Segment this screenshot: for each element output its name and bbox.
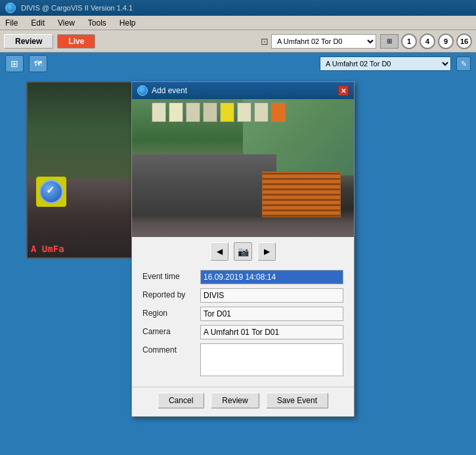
edit-button[interactable]: ✎ [456, 56, 471, 71]
view-buttons: ⊞ 1 4 9 16 [380, 33, 472, 49]
video-feed [132, 99, 354, 237]
layout-button[interactable]: 🗺 [29, 55, 47, 72]
event-time-row: Event time [142, 270, 343, 284]
title-bar: DIVIS @ CargoVIS II Version 1.4.1 [0, 0, 476, 16]
menu-bar: File Edit View Tools Help [0, 16, 476, 30]
region-input[interactable] [200, 307, 343, 321]
event-time-label: Event time [142, 270, 195, 281]
comment-label: Comment [142, 343, 195, 355]
dialog-title-text: Add event [152, 86, 187, 95]
truck-2 [169, 102, 183, 122]
review-button[interactable]: Review [4, 34, 53, 49]
trucks-area [152, 102, 329, 125]
secondary-toolbar: ⊞ 🗺 A Umfahrt 02 Tor D0 ✎ [0, 53, 476, 75]
grid-view-icon[interactable]: ⊞ [380, 34, 399, 49]
add-event-dialog: Add event ✕ [131, 81, 355, 417]
comment-textarea[interactable] [200, 343, 343, 376]
menu-tools[interactable]: Tools [85, 18, 109, 28]
truck-6 [254, 102, 269, 122]
truck-3 [186, 102, 200, 122]
snapshot-button[interactable]: 📷 [234, 242, 252, 261]
view-4-button[interactable]: 4 [420, 33, 435, 49]
main-toolbar: Review Live ⊡ A Umfahrt 02 Tor D0 ⊞ 1 4 … [0, 30, 476, 53]
dialog-overlay: Add event ✕ [0, 75, 476, 455]
camera-input[interactable] [200, 325, 343, 339]
cancel-button[interactable]: Cancel [158, 393, 204, 408]
review-button[interactable]: Review [211, 393, 259, 408]
menu-view[interactable]: View [55, 18, 77, 28]
camera-select[interactable]: A Umfahrt 02 Tor D0 [271, 34, 376, 49]
region-row: Region [142, 307, 343, 321]
camera-row: Camera [142, 325, 343, 339]
map-icon: ⊞ [11, 58, 18, 69]
live-button[interactable]: Live [57, 34, 95, 49]
save-event-button[interactable]: Save Event [266, 393, 328, 408]
view-9-button[interactable]: 9 [438, 33, 454, 49]
app-title: DIVIS @ CargoVIS II Version 1.4.1 [21, 4, 133, 12]
menu-help[interactable]: Help [117, 18, 139, 28]
reported-by-label: Reported by [142, 288, 195, 299]
menu-file[interactable]: File [3, 18, 20, 28]
truck-yellow [220, 102, 234, 122]
truck-4 [203, 102, 217, 122]
region-label: Region [142, 307, 195, 318]
truck-1 [152, 102, 166, 122]
pallets-area [262, 171, 341, 217]
edit-icon: ✎ [461, 60, 467, 68]
prev-button[interactable]: ◀ [210, 242, 228, 261]
dialog-navigation: ◀ 📷 ▶ [132, 237, 354, 266]
dialog-form: Event time Reported by Region Camera Com… [132, 266, 354, 387]
reported-by-input[interactable] [200, 288, 343, 303]
truck-5 [237, 102, 251, 122]
event-time-input[interactable] [200, 270, 343, 284]
camera-label: Camera [142, 325, 195, 336]
dialog-title-bar: Add event ✕ [132, 82, 354, 99]
camera-selector-wrapper: ⊡ A Umfahrt 02 Tor D0 [261, 34, 376, 49]
dialog-action-buttons: Cancel Review Save Event [132, 387, 354, 416]
crop-icon: ⊡ [261, 36, 269, 47]
map-view-button[interactable]: ⊞ [5, 55, 24, 72]
main-area: A UmFa Add event ✕ [0, 75, 476, 455]
camera-snap-icon: 📷 [238, 246, 249, 257]
dialog-app-icon [137, 85, 148, 96]
comment-row: Comment [142, 343, 343, 376]
layout-icon: 🗺 [34, 59, 42, 68]
dialog-video-area [132, 99, 354, 237]
dialog-close-button[interactable]: ✕ [338, 85, 349, 96]
app-icon [5, 3, 16, 13]
truck-orange [271, 102, 286, 122]
view-16-button[interactable]: 16 [456, 33, 472, 49]
view-1-button[interactable]: 1 [401, 33, 417, 49]
reported-by-row: Reported by [142, 288, 343, 303]
next-button[interactable]: ▶ [257, 242, 276, 261]
secondary-camera-select[interactable]: A Umfahrt 02 Tor D0 [320, 56, 451, 71]
menu-edit[interactable]: Edit [28, 18, 47, 28]
dialog-title-content: Add event [137, 85, 187, 96]
